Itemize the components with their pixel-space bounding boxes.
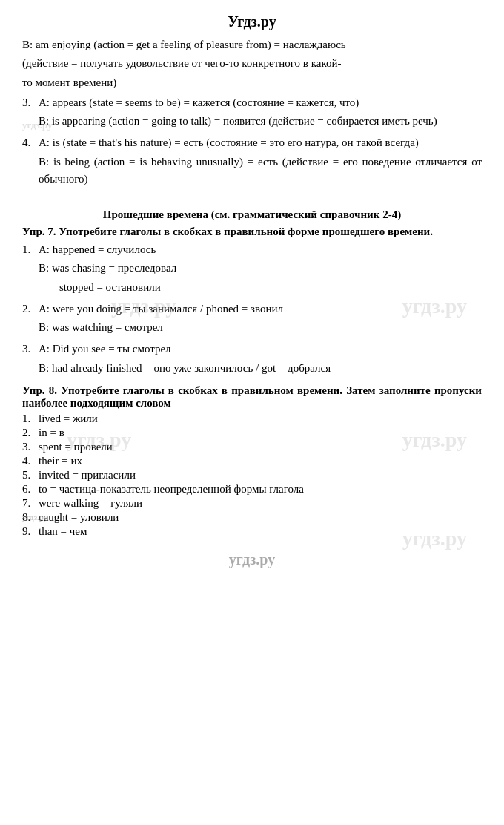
ex8-item-1: 1. lived = жили [22,412,482,425]
exercise7-title: Упр. 7. Употребите глаголы в скобках в п… [22,226,482,238]
watermark-big-1: угдз.ру [111,295,176,318]
site-title: Угдз.ру [22,13,482,30]
exercise8-title: Упр. 8. Употребите глаголы в скобках в п… [22,384,482,410]
item-3-lineA: A: appears (state = seems to be) = кажет… [39,94,437,111]
ex8-item-6: 6. to = частица-показатель неопределенно… [22,483,482,496]
intro-block: B: am enjoying (action = get a feeling o… [22,36,482,91]
ex7-3-lineB: B: had already finished = оно уже законч… [39,360,331,377]
ex8-item-5: 5. invited = пригласили [22,469,482,481]
title-text: Угдз.ру [228,13,276,30]
ex8-item-7: 7. were walking = гуляли [22,497,482,510]
ex8-1-num: 1. [22,412,39,425]
ex8-6-num: 6. [22,483,39,496]
watermark-big-2: угдз.ру [402,295,467,318]
ex8-9-text: than = чем [39,525,87,538]
item-4-num: 4. [22,134,39,151]
ex7-item-3: 3. A: Did you see = ты смотрел B: had al… [22,341,482,378]
ex8-2-text: in = в [39,427,64,439]
ex8-6-text: to = частица-показатель неопределенной ф… [39,483,304,496]
ex8-4-num: 4. [22,455,39,467]
ex7-1-lineB: B: was chasing = преследовал [39,260,176,277]
item-3-num: 3. [22,94,39,111]
exercise8-title-text: Упр. 8. Употребите глаголы в скобках в п… [22,384,482,409]
ex8-5-num: 5. [22,469,39,481]
ex8-2-num: 2. [22,427,39,439]
ex7-2-num: 2. [22,300,39,318]
ex8-3-num: 3. [22,441,39,453]
intro-line-3: то момент времени) [22,74,482,91]
footer-watermark-text: угдз.ру [229,551,275,568]
watermark-big-4: угдз.ру [402,428,467,452]
ex8-7-num: 7. [22,497,39,510]
intro-line-2: (действие = получать удовольствие от чег… [22,55,482,72]
section-title: Прошедшие времена (см. грамматический сп… [22,208,482,221]
item-4-lineA: A: is (state = that's his nature) = есть… [39,134,482,151]
ex8-item-8: 8. caught = уловили [22,511,482,524]
ex7-item-1: 1. A: happened = случилось B: was chasin… [22,241,482,298]
ex8-4-text: their = их [39,455,82,467]
ex7-3-num: 3. [22,341,39,358]
ex7-1-lineA: A: happened = случилось [39,241,176,258]
exercise8-list: 1. lived = жили угдз.ру угдз.ру 2. in = … [22,412,482,538]
ex7-3-lineA: A: Did you see = ты смотрел [39,341,331,358]
item-3-lineB: B: is appearing (action = going to talk)… [39,113,437,130]
ex8-9-num: 9. [22,525,39,538]
exercise7-title-text: Упр. 7. Употребите глаголы в скобках в п… [22,226,433,237]
ex7-2-lineB: B: was watching = смотрел [39,319,283,336]
ex7-1-lineC: stopped = остановили [39,279,176,296]
watermark-small-1: угдз.ру [22,513,47,522]
ex8-1-text: lived = жили [39,412,98,425]
item-3-block: 3. A: appears (state = seems to be) = ка… [22,94,482,132]
item-4-block: 4. A: is (state = that's his nature) = е… [22,134,482,189]
watermark-big-5: угдз.ру [402,527,467,550]
ex7-1-num: 1. [22,241,39,258]
watermark-big-3: угдз.ру [67,428,131,452]
ex8-item-4: 4. their = их [22,455,482,467]
ex8-8-text: caught = уловили [39,511,119,524]
ex8-5-text: invited = пригласили [39,469,136,481]
intro-line-1: B: am enjoying (action = get a feeling o… [22,36,482,53]
ex8-7-text: were walking = гуляли [39,497,142,510]
item-4-lineB: B: is being (action = is behaving unusua… [39,154,482,188]
footer-watermark: угдз.ру [22,551,482,568]
